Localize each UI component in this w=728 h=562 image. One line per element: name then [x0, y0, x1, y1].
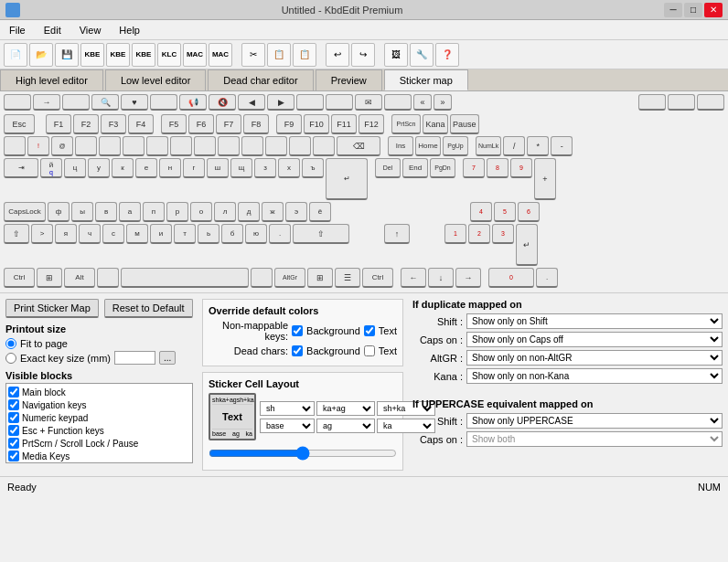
- key-blank4[interactable]: [296, 94, 324, 111]
- key-arrow-r[interactable]: →: [33, 94, 60, 111]
- key-r[interactable]: к: [112, 158, 134, 178]
- key-n[interactable]: т: [174, 224, 196, 244]
- key-right[interactable]: →: [455, 268, 481, 288]
- key-p[interactable]: з: [254, 158, 276, 178]
- key-f5[interactable]: F5: [161, 114, 187, 134]
- key-prev-media[interactable]: «: [413, 94, 432, 111]
- key-num-mul[interactable]: *: [527, 136, 549, 156]
- menu-view[interactable]: View: [74, 23, 107, 37]
- key-tab[interactable]: ⇥: [4, 158, 38, 178]
- key-0[interactable]: [241, 136, 263, 156]
- key-num8[interactable]: 8: [487, 158, 509, 178]
- key-g[interactable]: п: [143, 202, 165, 222]
- key-3[interactable]: [75, 136, 97, 156]
- key-a[interactable]: ф: [48, 202, 70, 222]
- tb-kbe3[interactable]: KBE: [132, 43, 155, 67]
- key-d[interactable]: в: [95, 202, 117, 222]
- key-space[interactable]: [121, 268, 249, 288]
- key-minus[interactable]: [265, 136, 287, 156]
- vb-prtscn[interactable]: PrtScrn / Scroll Lock / Pause: [8, 437, 190, 450]
- key-x[interactable]: ч: [79, 224, 101, 244]
- key-up[interactable]: ↑: [384, 224, 410, 244]
- tb-kbe2[interactable]: KBE: [106, 43, 130, 67]
- key-f[interactable]: а: [119, 202, 141, 222]
- key-f3[interactable]: F3: [101, 114, 126, 134]
- tb-new[interactable]: 📄: [4, 43, 27, 67]
- key-capslock[interactable]: CapsLock: [4, 202, 46, 222]
- key-f9[interactable]: F9: [276, 114, 302, 134]
- key-5[interactable]: [123, 136, 145, 156]
- key-insert[interactable]: Ins: [388, 136, 413, 156]
- key-j[interactable]: о: [190, 202, 212, 222]
- key-down[interactable]: ↓: [428, 268, 454, 288]
- key-blank5[interactable]: [326, 94, 353, 111]
- key-rbracket[interactable]: ъ: [302, 158, 324, 178]
- key-left[interactable]: ←: [401, 268, 426, 288]
- key-pgup[interactable]: PgUp: [443, 136, 468, 156]
- key-u[interactable]: г: [183, 158, 205, 178]
- tb-cut[interactable]: ✂: [241, 43, 265, 67]
- key-f2[interactable]: F2: [73, 114, 99, 134]
- override-dc-bg-check[interactable]: [292, 345, 303, 356]
- key-lshift[interactable]: ⇧: [4, 224, 29, 244]
- tb-paste[interactable]: 📋: [293, 43, 316, 67]
- key-numdot[interactable]: .: [536, 268, 558, 288]
- key-muhenkan[interactable]: [97, 268, 119, 288]
- tb-copy[interactable]: 📋: [267, 43, 291, 67]
- tb-redo[interactable]: ↪: [351, 43, 375, 67]
- key-email[interactable]: ✉: [355, 94, 382, 111]
- tb-klc[interactable]: KLC: [157, 43, 181, 67]
- sticker-ka-ag-select[interactable]: ka+ag: [316, 401, 375, 416]
- key-esc[interactable]: Esc: [4, 114, 35, 134]
- vb-nav-check[interactable]: [8, 399, 19, 410]
- key-lbracket[interactable]: х: [278, 158, 300, 178]
- key-num-minus[interactable]: -: [551, 136, 573, 156]
- key-w[interactable]: ц: [64, 158, 86, 178]
- key-backslash[interactable]: ё: [309, 202, 331, 222]
- key-z[interactable]: я: [55, 224, 77, 244]
- vb-nav-keys[interactable]: Navigation keys: [8, 398, 190, 411]
- menu-file[interactable]: File: [4, 23, 31, 37]
- key-lwin[interactable]: ⊞: [37, 268, 62, 288]
- key-h[interactable]: р: [166, 202, 188, 222]
- minimize-button[interactable]: ─: [664, 3, 682, 17]
- key-r3[interactable]: [697, 94, 724, 111]
- key-blank2[interactable]: [62, 94, 90, 111]
- override-nm-bg-check[interactable]: [292, 325, 303, 336]
- key-quote[interactable]: э: [285, 202, 307, 222]
- key-f1[interactable]: F1: [46, 114, 71, 134]
- tb-mac1[interactable]: MAC: [183, 43, 207, 67]
- tab-dead-char[interactable]: Dead char editor: [208, 69, 313, 90]
- tab-high-level[interactable]: High level editor: [0, 69, 103, 90]
- key-blank1[interactable]: [4, 94, 31, 111]
- tab-sticker-map[interactable]: Sticker map: [384, 69, 468, 90]
- key-pgdn[interactable]: PgDn: [430, 158, 455, 178]
- key-num9[interactable]: 9: [510, 158, 532, 178]
- key-num6[interactable]: 6: [518, 202, 540, 222]
- close-button[interactable]: ✕: [704, 3, 723, 17]
- key-f7[interactable]: F7: [216, 114, 241, 134]
- key-num0[interactable]: 0: [488, 268, 534, 288]
- key-semicolon[interactable]: ж: [262, 202, 284, 222]
- tb-help[interactable]: ❓: [435, 43, 459, 67]
- key-pause[interactable]: Pause: [450, 114, 479, 134]
- key-next[interactable]: ▶: [267, 94, 294, 111]
- key-b[interactable]: и: [150, 224, 172, 244]
- key-r2[interactable]: [668, 94, 695, 111]
- key-size-input[interactable]: 15.00: [114, 351, 155, 365]
- key-end[interactable]: End: [402, 158, 428, 178]
- uc-caps-select[interactable]: Show both Show only UPPERCASE Show only: [466, 431, 723, 447]
- key-slash[interactable]: .: [269, 224, 291, 244]
- fit-radio-input[interactable]: [5, 338, 16, 349]
- key-prev[interactable]: ◀: [238, 94, 265, 111]
- key-6[interactable]: [146, 136, 168, 156]
- vb-media-check[interactable]: [8, 451, 19, 461]
- sticker-slider-input[interactable]: [209, 446, 397, 461]
- vb-main-block[interactable]: Main block: [8, 386, 190, 398]
- key-num-plus[interactable]: +: [534, 158, 556, 200]
- exact-radio-input[interactable]: [5, 353, 16, 364]
- vb-func-check[interactable]: [8, 425, 19, 436]
- override-nm-text-check[interactable]: [364, 325, 375, 336]
- key-next-media[interactable]: »: [434, 94, 452, 111]
- key-l[interactable]: д: [238, 202, 260, 222]
